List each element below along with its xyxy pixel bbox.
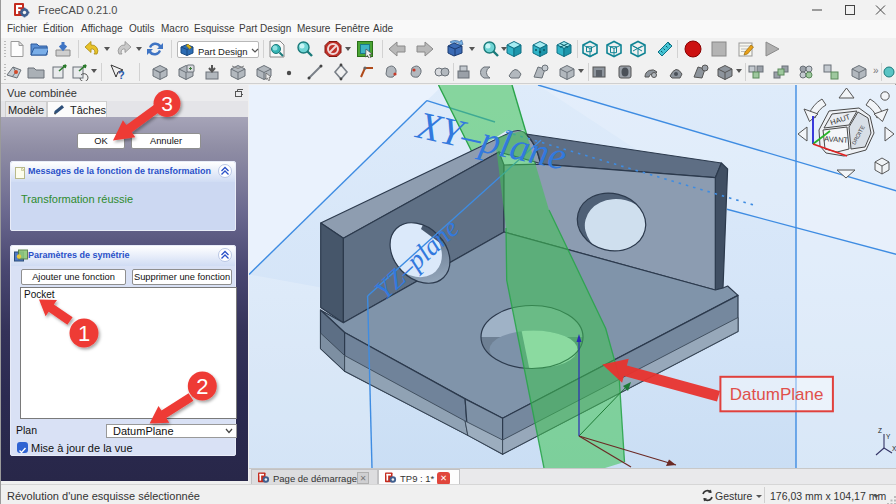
svg-text:?: ? (118, 69, 125, 81)
svg-text:DatumPlane: DatumPlane (730, 385, 824, 404)
svg-text:AVANT: AVANT (824, 134, 849, 145)
svg-text:X: X (892, 445, 896, 452)
svg-text:Y: Y (886, 433, 891, 440)
svg-text:Z: Z (878, 427, 882, 434)
